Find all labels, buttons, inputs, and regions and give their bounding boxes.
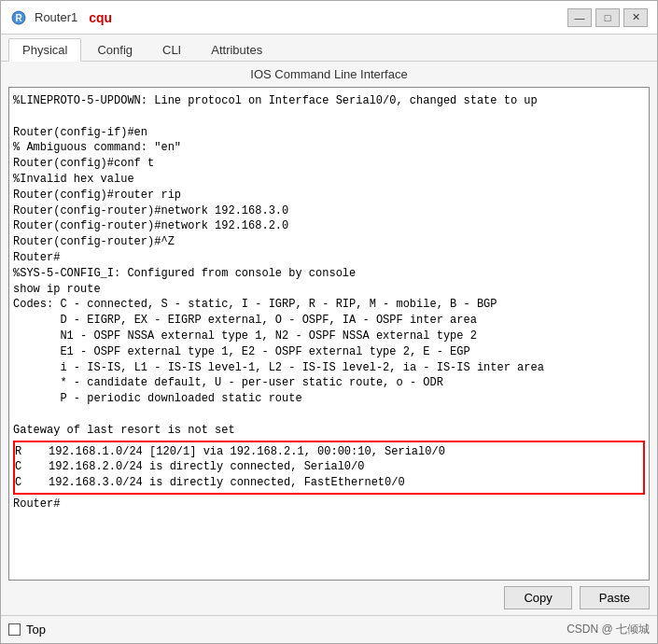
maximize-button[interactable]: □	[595, 8, 620, 27]
terminal-container: %LINEPROTO-5-UPDOWN: Line protocol on In…	[8, 87, 650, 581]
main-window: R Router1 cqu — □ ✕ Physical Config CLI …	[0, 0, 658, 644]
button-bar: Copy Paste	[1, 581, 657, 615]
top-checkbox[interactable]	[8, 623, 21, 636]
minimize-button[interactable]: —	[567, 8, 592, 27]
svg-text:R: R	[15, 13, 22, 23]
paste-button[interactable]: Paste	[580, 586, 650, 609]
terminal-highlight-box: R 192.168.1.0/24 [120/1] via 192.168.2.1…	[13, 441, 645, 495]
app-icon: R	[10, 9, 27, 26]
terminal-scroll[interactable]: %LINEPROTO-5-UPDOWN: Line protocol on In…	[9, 88, 649, 580]
terminal-highlight-line-3: C 192.168.3.0/24 is directly connected, …	[15, 475, 643, 491]
status-bar: Top CSDN @ 七倾城	[1, 615, 657, 643]
terminal-content-after: Router#	[13, 497, 645, 512]
window-controls: — □ ✕	[567, 8, 648, 27]
tab-config[interactable]: Config	[83, 38, 147, 61]
tab-cli[interactable]: CLI	[148, 38, 195, 61]
tab-attributes[interactable]: Attributes	[197, 38, 276, 61]
window-title: Router1	[35, 10, 77, 24]
watermark: CSDN @ 七倾城	[567, 622, 650, 637]
terminal-content-before: %LINEPROTO-5-UPDOWN: Line protocol on In…	[13, 93, 645, 439]
terminal-highlight-line-1: R 192.168.1.0/24 [120/1] via 192.168.2.1…	[15, 444, 643, 460]
terminal-highlight-line-2: C 192.168.2.0/24 is directly connected, …	[15, 459, 643, 475]
copy-button[interactable]: Copy	[504, 586, 571, 609]
app-name: cqu	[89, 10, 112, 25]
title-bar: R Router1 cqu — □ ✕	[1, 1, 657, 35]
tab-physical[interactable]: Physical	[8, 38, 81, 62]
top-label: Top	[26, 623, 46, 637]
section-title: IOS Command Line Interface	[1, 62, 657, 87]
close-button[interactable]: ✕	[623, 8, 648, 27]
tab-bar: Physical Config CLI Attributes	[1, 35, 657, 62]
status-left: Top	[8, 623, 46, 637]
